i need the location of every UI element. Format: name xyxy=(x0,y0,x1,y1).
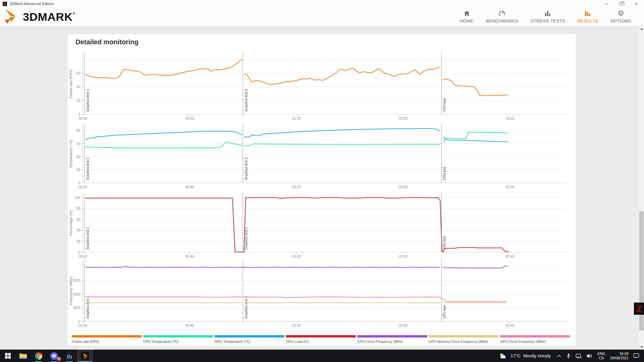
test-boundary-label: CPU test xyxy=(443,305,446,319)
language-secondary: CS xyxy=(597,356,605,360)
x-tick-label: 01:20 xyxy=(292,255,301,258)
app-header: 3DMARK® HOME BENCHMARKS STRESS TESTS RES… xyxy=(0,7,644,26)
x-tick-label: 00:40 xyxy=(186,185,194,189)
legend-color-bar xyxy=(72,335,142,338)
windows-logo-icon xyxy=(5,353,11,359)
test-boundary-label: Graphics test 1 xyxy=(86,89,90,112)
legend-label: CPU Temperature (°C) xyxy=(143,340,213,344)
y-tick-label: 60 xyxy=(77,218,81,221)
y-tick-label: 0 xyxy=(78,320,80,323)
series-cpu-temperature-c- xyxy=(86,142,242,148)
legend-label: GPU Clock Frequency (MHz) xyxy=(500,340,570,344)
legend-label: GPU Temperature (°C) xyxy=(214,340,284,344)
y-tick-label: 60 xyxy=(77,71,81,75)
nav-item-stress-tests[interactable]: STRESS TESTS xyxy=(531,9,565,23)
nav-item-home[interactable]: HOME xyxy=(460,9,474,23)
nav-item-benchmarks[interactable]: BENCHMARKS xyxy=(486,9,518,23)
legend-label: CPU Clock Frequency (MHz) xyxy=(357,340,427,344)
weather-desc: Mostly cloudy xyxy=(523,353,551,358)
test-boundary-label: Graphics test 1 xyxy=(86,227,90,250)
maximize-button[interactable] xyxy=(614,0,629,7)
y-tick-label: 20 xyxy=(77,168,81,172)
language-primary: ENG xyxy=(597,352,605,356)
start-button[interactable] xyxy=(0,350,15,362)
x-tick-label: 02:40 xyxy=(506,324,514,327)
y-tick-label: 20 xyxy=(77,240,81,243)
detailed-monitoring-card: Detailed monitoring 020406000:0000:4001:… xyxy=(67,34,576,346)
y-tick-label: 1000 xyxy=(73,306,81,310)
nav-item-options[interactable]: ⚙ OPTIONS xyxy=(610,9,631,23)
system-tray: 17°C Mostly cloudy ENG CS 16:09 29/08/20… xyxy=(496,350,644,362)
language-indicator[interactable]: ENG CS xyxy=(595,352,608,360)
app-icon xyxy=(3,2,7,6)
y-tick-label: 0 xyxy=(78,113,80,116)
legend-item: Frame rate (FPS) xyxy=(72,335,142,344)
series-gpu-temperature-c- xyxy=(86,131,242,140)
legend-color-bar xyxy=(357,335,427,338)
series-frame-rate-fps- xyxy=(443,79,507,96)
vertical-scrollbar[interactable] xyxy=(639,26,644,350)
x-tick-label: 02:00 xyxy=(399,324,407,327)
series-frame-rate-fps- xyxy=(244,67,439,85)
y-tick-label: 3000 xyxy=(73,279,81,282)
title-bar: 3DMark Advanced Edition × xyxy=(0,0,644,7)
file-explorer-button[interactable] xyxy=(15,350,31,362)
x-tick-label: 00:40 xyxy=(186,324,194,327)
test-boundary-label: Graphics test 2 xyxy=(244,296,248,319)
x-tick-label: 00:00 xyxy=(79,324,87,327)
stress-tests-bars-icon xyxy=(544,9,552,17)
clock[interactable]: 16:09 29/08/2021 xyxy=(608,352,631,360)
clock-time: 16:09 xyxy=(610,352,629,356)
x-tick-label: 02:40 xyxy=(506,185,514,189)
nav-label: BENCHMARKS xyxy=(486,18,518,23)
test-boundary-label: CPU test xyxy=(443,98,446,112)
test-boundary-label: CPU test xyxy=(443,167,446,180)
window-title: 3DMark Advanced Edition xyxy=(9,2,54,6)
legend-color-bar xyxy=(143,335,213,338)
taskbar: 9+ 17°C Mostly cloudy xyxy=(0,350,644,362)
y-tick-label: 40 xyxy=(77,155,81,159)
legend-color-bar xyxy=(500,335,570,338)
y-tick-label: 40 xyxy=(77,228,81,232)
scrollbar-down-arrow[interactable] xyxy=(639,344,644,350)
nav-label: OPTIONS xyxy=(610,18,631,23)
series-gpu-temperature-c- xyxy=(443,137,507,142)
home-icon xyxy=(463,9,471,17)
x-tick-label: 00:40 xyxy=(186,255,194,258)
legend-color-bar xyxy=(429,335,499,338)
test-boundary-label: Graphics test 1 xyxy=(86,296,90,319)
weather-widget[interactable]: 17°C Mostly cloudy xyxy=(496,353,554,359)
x-tick-label: 01:20 xyxy=(292,185,301,189)
weather-icon xyxy=(499,353,508,359)
sysinfo-app-button[interactable] xyxy=(62,350,77,362)
tray-chevron-icon[interactable] xyxy=(554,354,564,358)
minimize-button[interactable] xyxy=(599,0,614,7)
sysinfo-app-icon xyxy=(65,352,73,360)
speaker-icon[interactable] xyxy=(584,353,595,359)
nav-item-results[interactable]: RESULTS xyxy=(577,9,598,23)
series-gpu-temperature-c- xyxy=(244,128,439,137)
legend-item: GPU Memory Clock Frequency (MHz) xyxy=(429,335,499,344)
test-boundary-label: Graphics test 1 xyxy=(86,157,90,180)
y-tick-label: 2000 xyxy=(73,293,81,296)
legend-color-bar xyxy=(286,335,356,338)
legend-label: Frame rate (FPS) xyxy=(72,340,142,344)
legend-color-bar xyxy=(214,335,284,338)
close-button[interactable]: × xyxy=(629,0,644,7)
benchmarks-gauge-icon xyxy=(498,9,506,17)
scrollbar-up-arrow[interactable] xyxy=(639,26,644,32)
discord-button[interactable]: 9+ xyxy=(46,350,62,362)
x-tick-label: 00:40 xyxy=(186,117,194,120)
3dmark-app-button[interactable] xyxy=(77,350,93,362)
3dmark-logo-icon xyxy=(4,8,21,25)
nav-label: RESULTS xyxy=(577,18,598,23)
chrome-button[interactable] xyxy=(31,350,46,362)
y-axis-title: Temperature (°C) xyxy=(69,140,73,168)
network-icon[interactable] xyxy=(573,353,584,359)
action-center-icon[interactable] xyxy=(631,353,644,359)
x-tick-label: 02:00 xyxy=(399,117,407,120)
legend-item: GPU Temperature (°C) xyxy=(214,335,284,344)
legend-item: CPU Temperature (°C) xyxy=(143,335,213,344)
x-tick-label: 02:40 xyxy=(506,255,514,258)
microphone-icon[interactable] xyxy=(564,353,573,359)
